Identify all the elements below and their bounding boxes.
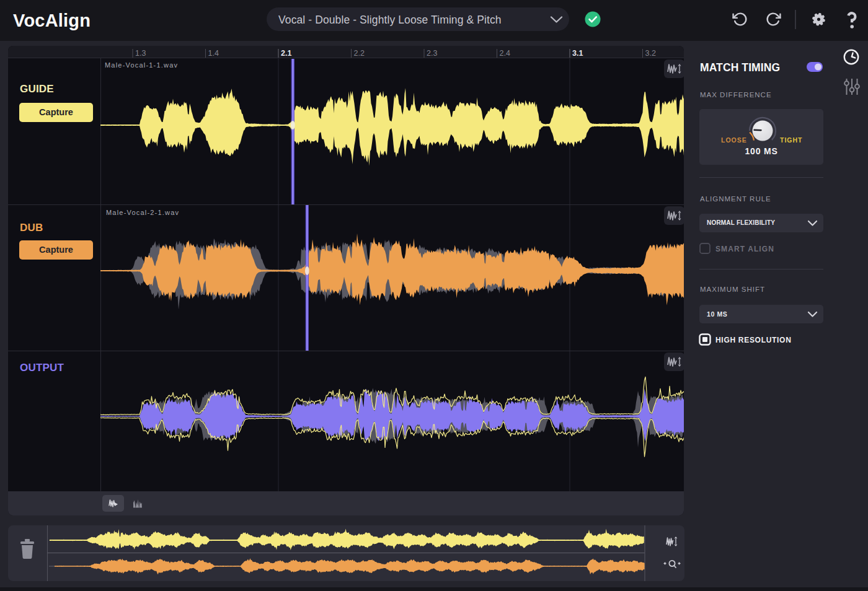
svg-text:3.2: 3.2	[645, 49, 656, 58]
svg-text:2.1: 2.1	[281, 49, 291, 58]
svg-text:3.1: 3.1	[572, 49, 583, 58]
svg-text:2.2: 2.2	[354, 49, 365, 58]
svg-text:1.4: 1.4	[208, 49, 219, 58]
svg-text:1.3: 1.3	[135, 49, 146, 58]
svg-text:2.4: 2.4	[500, 49, 510, 58]
svg-text:2.3: 2.3	[427, 49, 437, 58]
